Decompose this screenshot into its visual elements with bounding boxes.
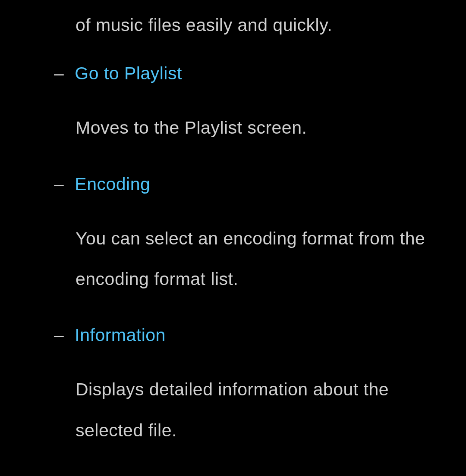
intro-tail-text: of music files easily and quickly. [76,13,457,38]
dash-icon: – [54,325,64,345]
dash-icon: – [54,174,64,194]
item-body-text: Displays detailed information about the … [76,369,457,451]
item-body-text: Moves to the Playlist screen. [76,107,457,148]
item-title: Go to Playlist [75,63,182,84]
item-title: Encoding [75,174,150,194]
list-item-information: – Information [54,325,457,345]
list-item-go-to-playlist: – Go to Playlist [54,63,457,84]
list-item-encoding: – Encoding [54,174,457,194]
item-title: Information [75,325,166,345]
item-body-text: You can select an encoding format from t… [76,218,457,300]
dash-icon: – [54,63,64,84]
